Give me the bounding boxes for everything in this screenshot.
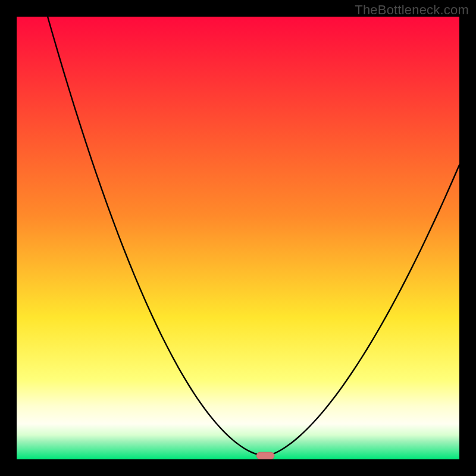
chart-stage: TheBottleneck.com: [0, 0, 476, 476]
min-marker: [256, 452, 274, 459]
watermark-text: TheBottleneck.com: [355, 2, 469, 18]
gradient-background: [17, 17, 459, 459]
plot-svg: [17, 17, 459, 459]
